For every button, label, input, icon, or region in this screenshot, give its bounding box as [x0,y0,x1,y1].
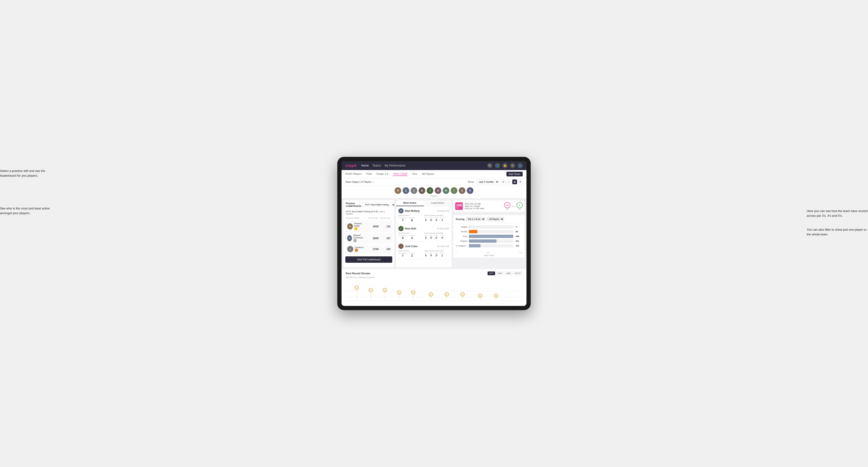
leaderboard-row-2[interactable]: E Edward Crossman 2 18/20 107 [345,233,393,244]
people-icon[interactable]: 👤 [495,163,500,168]
leaderboard-row-1[interactable]: R Richard Butler 1 19/20 110 [345,221,393,232]
streak-btn-ott[interactable]: OTT [488,272,495,275]
chart-axis: 0 200 400 [453,251,525,254]
sub-nav-hcaps[interactable]: Hcaps 1-5 [376,173,388,176]
activity-panel: Most Active Least Active B Blair McHarg … [396,200,452,267]
player-avatar-7[interactable]: M [443,187,450,194]
circle-label-1: yds [506,208,509,210]
practice-val-1: 6 [411,219,413,222]
player-avatar-8[interactable]: T [451,187,457,194]
add-team-button[interactable]: Add Team [506,172,523,177]
drill-select[interactable]: PUTT Must Make Putting... [363,203,394,207]
shot-circles: 16 yds — 0 yds [504,202,523,210]
player-info-1: R Richard Butler 1 [347,222,367,230]
player-avatar-3[interactable]: C [411,187,417,194]
navbar: clippd Home Teams My Performance 🔍 👤 🔔 ⚙… [342,161,526,170]
col-pb-avg: PB AVG SQ [380,217,392,219]
player-avatar-10[interactable]: D [467,187,473,194]
shot-badge: 198 SC [455,203,463,210]
lb-avatar-3: C [347,246,353,252]
axis-0: 0 [456,252,457,254]
show-period-select[interactable]: Last 3 months Last 6 months Last year [476,180,499,184]
streak-point-5x-1: 5x [397,290,401,299]
nav-link-teams[interactable]: Teams [372,164,381,167]
player-info-2: E Edward Crossman 2 [347,234,367,242]
player-row-3: J Josh Coles 26 Aug 2023 [398,244,449,249]
table-view-icon[interactable]: ≣ [518,180,523,184]
tournament-label-2: Tournament [398,235,407,236]
streaks-filter: OTT APP ARG PUTT [488,272,522,275]
settings-icon[interactable]: ⚙ [510,163,515,168]
total-practice-group-2: Total Practice Activities OTT 0 APP 0 [424,232,450,240]
practice-leaderboard-panel: Practice Leaderboards PUTT Must Make Put… [343,200,394,267]
sub-nav-tour[interactable]: Tour [412,173,417,176]
total-rounds-group-2: Total Rounds Tournament 8 Practice 4 [398,232,423,240]
bar-chart: Eagles 3 Birdies [453,223,525,251]
streak-point-4x-3: 4x [460,292,465,299]
nav-link-home[interactable]: Home [361,164,369,167]
tab-most-active[interactable]: Most Active [396,200,424,206]
arg-label-1: ARG [435,217,438,219]
streaks-header: Best Round Streaks OTT APP ARG PUTT [346,272,522,275]
edit-icon[interactable]: ✏ [373,181,375,183]
sub-nav-pga[interactable]: PGA [366,173,372,176]
bar-track-birdies [469,230,513,233]
grid-view-icon[interactable]: ⊞ [501,180,506,184]
player-avatar-6[interactable]: A [435,187,441,194]
score-3: 17/20 [367,248,379,250]
total-rounds-group-1: Total Rounds Tournament 7 Practice 6 [398,214,423,222]
nav-icons: 🔍 👤 🔔 ⚙ 👤 [487,163,523,168]
circle-label-2: yds [519,208,521,210]
player-avatar-4[interactable]: B [418,187,425,194]
sub-nav-all-players[interactable]: All Players [422,173,434,176]
player-avatar-1[interactable]: R [395,187,401,194]
view-full-leaderboard-button[interactable]: View Full Leaderboard [345,256,392,263]
profile-avatar[interactable]: 👤 [518,163,523,168]
annotation-bottom-left: See who is the most and least active amo… [0,206,61,215]
list-view-icon[interactable]: ≡ [507,180,512,184]
streak-btn-app[interactable]: APP [496,272,503,275]
activity-avatar-blair: B [398,208,404,214]
streak-btn-putt[interactable]: PUTT [514,272,522,275]
shot-details: Shot Dist: 16 yds Start Lie: Rough End L… [465,203,502,210]
streak-point-3x-2: 3x [494,294,498,299]
nav-links: Home Teams My Performance [361,164,483,167]
par-filter-select[interactable]: Par 3, 4 & 5s Par 3s Par 4s Par 5s [466,217,486,221]
sub-nav-pgat[interactable]: PGAT Players [345,173,362,176]
player-row-2: R Rees Britt 02 Sep 2023 [398,226,449,231]
circle-val-2: 0 [517,202,523,208]
search-icon[interactable]: 🔍 [487,163,493,168]
streak-point-3x-1: 3x [478,294,483,299]
activity-stats-2: Total Rounds Tournament 8 Practice 4 [398,232,449,240]
sub-nav-team-clippd[interactable]: Team Clippd [393,172,407,176]
nav-link-performance[interactable]: My Performance [385,164,405,167]
bar-track-pars [469,235,513,238]
player-avatar-5[interactable]: J [427,187,433,194]
putt-val-1: 1 [441,219,443,221]
lb-avatar-1: R [347,223,353,229]
bar-label-eagles: Eagles [456,226,467,228]
bar-fill-birdies [469,230,477,233]
player-filter-select[interactable]: All Players [487,217,504,221]
bar-track-bogeys [469,239,513,243]
tab-least-active[interactable]: Least Active [424,200,452,206]
circle-val-1: 16 [504,202,510,208]
bar-val-bogeys: 311 [516,240,522,242]
player-avatar-2[interactable]: E [403,187,409,194]
streaks-section: Best Round Streaks OTT APP ARG PUTT Off … [343,269,525,304]
player-avatar-9[interactable]: S [459,187,465,194]
streak-btn-arg[interactable]: ARG [504,272,513,275]
main-grid: Practice Leaderboards PUTT Must Make Put… [342,198,526,269]
bar-val-pars: 499 [516,235,522,238]
activity-card-1: B Blair McHarg 26 Aug 2023 Total Rounds … [396,206,452,224]
bar-fill-double-bogeys [469,244,480,247]
bell-icon[interactable]: 🔔 [502,163,507,168]
arg-val-1: 0 [436,219,437,221]
bar-row-pars: Pars 499 [456,235,522,238]
streak-point-6x-1: 6x [369,288,373,299]
total-rounds-group-3: Total Rounds Tournament 7 Practice 2 [398,250,423,257]
leaderboard-row-3[interactable]: C Cameron... 3 17/20 103 [345,245,393,254]
streak-points-container: 7x 6x 6x [346,280,522,302]
total-practice-group-1: Total Practice Activities OTT 0 APP 0 [424,214,450,222]
card-view-icon[interactable]: ▦ [512,180,517,184]
